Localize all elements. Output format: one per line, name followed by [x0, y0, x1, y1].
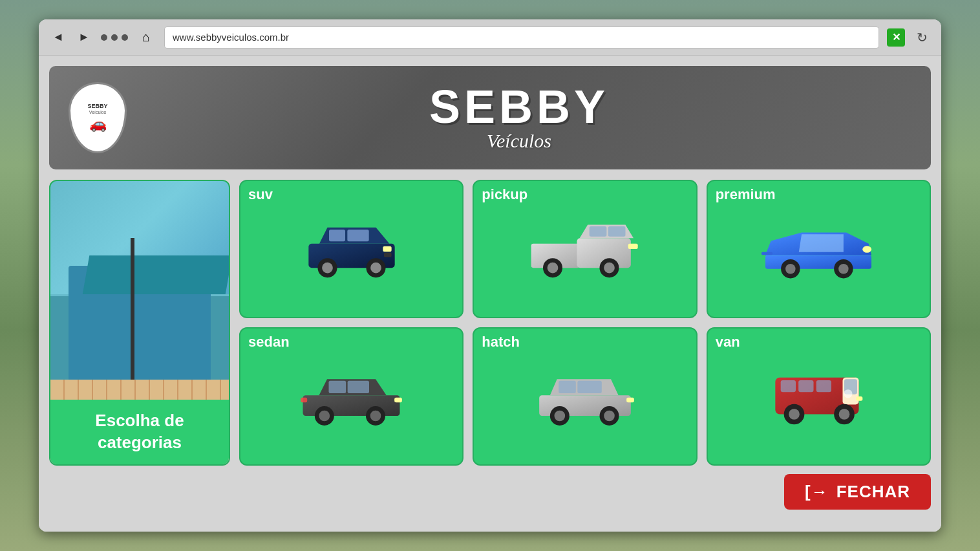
svg-point-51 — [839, 409, 850, 420]
svg-rect-35 — [559, 381, 576, 393]
svg-rect-41 — [626, 398, 634, 403]
svg-point-53 — [844, 389, 852, 398]
home-button[interactable]: ⌂ — [136, 27, 156, 48]
svg-rect-32 — [394, 398, 402, 403]
svg-rect-2 — [347, 230, 368, 241]
svg-rect-17 — [628, 244, 638, 249]
svg-rect-24 — [762, 252, 772, 254]
category-grid: Escolha de categorias suv — [49, 180, 931, 466]
svg-rect-1 — [329, 230, 345, 241]
browser-toolbar: ◄ ► ⌂ www.sebbyveiculos.com.br ✕ ↻ — [39, 19, 941, 56]
close-tab-button[interactable]: ✕ — [887, 28, 905, 47]
bottom-bar: [→ FECHAR — [49, 466, 931, 511]
suv-label: suv — [240, 181, 281, 208]
svg-point-23 — [863, 246, 872, 252]
svg-rect-45 — [781, 380, 796, 392]
sedan-car-svg — [292, 364, 411, 429]
category-card-suv[interactable]: suv — [239, 180, 463, 318]
fechar-icon: [→ — [805, 482, 829, 502]
svg-rect-11 — [590, 226, 607, 237]
fechar-button[interactable]: [→ FECHAR — [784, 474, 931, 510]
nav-dots — [101, 34, 128, 41]
svg-point-22 — [838, 263, 849, 274]
main-card-line1: Escolha de — [61, 410, 218, 432]
svg-rect-27 — [348, 381, 369, 393]
banner-logo: SEBBY Veículos 🚗 — [69, 82, 127, 153]
nav-dot-2 — [111, 34, 118, 41]
svg-point-4 — [322, 263, 333, 274]
category-card-sedan[interactable]: sedan — [239, 327, 463, 466]
logo-brand-text: SEBBY — [87, 103, 107, 110]
forward-button[interactable]: ► — [75, 28, 93, 47]
svg-rect-47 — [816, 380, 831, 392]
category-card-pickup[interactable]: pickup — [473, 180, 697, 318]
svg-point-38 — [554, 411, 565, 422]
main-card-label: Escolha de categorias — [50, 400, 229, 464]
suv-car-svg — [293, 217, 410, 281]
category-card-premium[interactable]: premium — [707, 180, 931, 318]
pickup-label: pickup — [474, 181, 535, 208]
premium-label: premium — [708, 181, 783, 208]
van-label: van — [708, 329, 748, 356]
svg-rect-52 — [857, 396, 863, 401]
main-card-line2: categorias — [61, 432, 218, 454]
url-text: www.sebbyveiculos.com.br — [173, 32, 289, 43]
svg-rect-7 — [383, 246, 391, 252]
browser-window: ◄ ► ⌂ www.sebbyveiculos.com.br ✕ ↻ SEBBY… — [39, 19, 941, 532]
banner-title-main: SEBBY — [429, 83, 609, 130]
svg-point-20 — [785, 263, 796, 274]
svg-point-40 — [604, 411, 615, 422]
svg-point-16 — [604, 263, 615, 274]
svg-point-49 — [789, 409, 800, 420]
hatch-label: hatch — [474, 329, 527, 356]
svg-point-6 — [370, 263, 381, 274]
svg-rect-46 — [798, 380, 813, 392]
address-bar[interactable]: www.sebbyveiculos.com.br — [164, 27, 879, 49]
svg-point-14 — [548, 263, 559, 274]
banner: SEBBY Veículos 🚗 SEBBY Veículos — [49, 66, 931, 169]
hatch-car-svg — [527, 364, 643, 429]
banner-title-script: Veículos — [487, 130, 551, 152]
banner-center: SEBBY Veículos — [127, 83, 911, 152]
pickup-car-svg — [524, 217, 646, 281]
logo-sub-text: Veículos — [89, 110, 106, 114]
logo-car-icon: 🚗 — [89, 116, 107, 133]
back-button[interactable]: ◄ — [49, 28, 67, 47]
svg-point-29 — [319, 411, 330, 422]
svg-rect-36 — [577, 381, 602, 393]
nav-dot-1 — [101, 34, 107, 41]
main-category-card[interactable]: Escolha de categorias — [49, 180, 230, 466]
svg-point-31 — [370, 411, 381, 422]
van-car-svg — [760, 364, 877, 429]
svg-rect-12 — [608, 226, 626, 237]
premium-car-svg — [757, 219, 880, 280]
sedan-label: sedan — [240, 329, 297, 356]
svg-rect-8 — [384, 253, 392, 257]
browser-content: SEBBY Veículos 🚗 SEBBY Veículos — [39, 56, 941, 532]
svg-rect-26 — [329, 381, 346, 393]
nav-dot-3 — [122, 34, 128, 41]
svg-rect-33 — [301, 398, 307, 403]
fechar-label: FECHAR — [836, 482, 910, 502]
refresh-button[interactable]: ↻ — [913, 28, 931, 47]
category-card-van[interactable]: van — [707, 327, 931, 466]
category-card-hatch[interactable]: hatch — [473, 327, 697, 466]
